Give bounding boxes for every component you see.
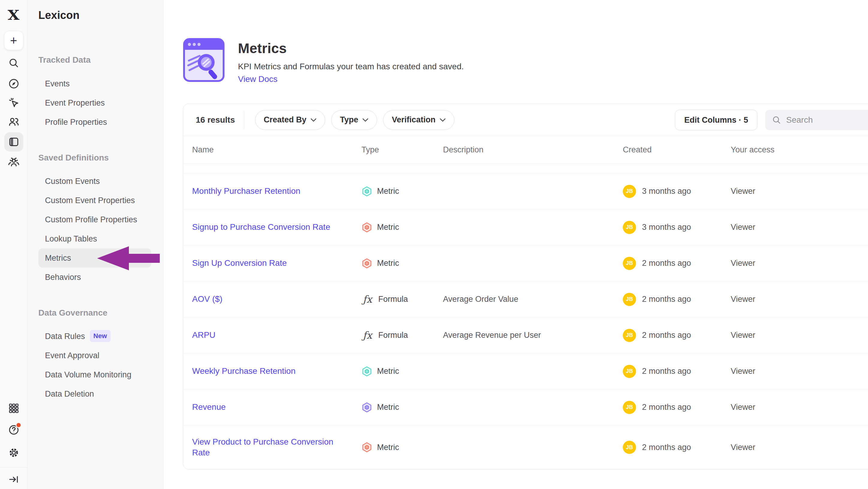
- formula-fx-icon: ƒx: [362, 329, 373, 341]
- filter-verification-label: Verification: [392, 115, 435, 124]
- section-saved-definitions: Saved Definitions: [38, 148, 109, 167]
- sidebar-item-lookup-tables[interactable]: Lookup Tables: [45, 229, 97, 249]
- edit-columns-button[interactable]: Edit Columns · 5: [675, 110, 757, 130]
- sidebar-item-custom-profile-properties[interactable]: Custom Profile Properties: [45, 210, 137, 229]
- metrics-illustration-icon: [183, 38, 225, 82]
- sidebar-item-data-rules[interactable]: Data RulesNew: [45, 327, 111, 346]
- main-content: Metrics KPI Metrics and Formulas your te…: [164, 0, 868, 489]
- sidebar-item-event-properties[interactable]: Event Properties: [45, 93, 105, 113]
- access-cell: Viewer: [731, 295, 868, 304]
- column-header-created[interactable]: Created: [623, 145, 731, 154]
- type-label: Metric: [377, 443, 399, 452]
- metric-name-link[interactable]: Revenue: [192, 402, 362, 412]
- table-row[interactable]: Sign Up Conversion Rate Metric JB2 month…: [183, 246, 868, 281]
- metric-name-link[interactable]: Monthly Purchaser Retention: [192, 186, 362, 197]
- create-plus-button[interactable]: +: [4, 31, 23, 50]
- scrolled-row-sliver: [183, 164, 868, 173]
- metric-name-link[interactable]: Weekly Purchase Retention: [192, 366, 362, 376]
- metric-name-link[interactable]: AOV ($): [192, 294, 362, 305]
- filter-type-label: Type: [340, 115, 358, 124]
- sidebar-title: Lexicon: [38, 9, 80, 22]
- page-subtitle: KPI Metrics and Formulas your team has c…: [238, 62, 464, 71]
- access-cell: Viewer: [731, 259, 868, 268]
- type-label: Metric: [377, 223, 399, 232]
- access-cell: Viewer: [731, 223, 868, 232]
- table-row[interactable]: Signup to Purchase Conversion Rate Metri…: [183, 209, 868, 246]
- type-label: Formula: [378, 330, 408, 340]
- users-icon[interactable]: [4, 112, 23, 132]
- sidebar-item-event-approval[interactable]: Event Approval: [45, 346, 99, 365]
- metric-name-link[interactable]: Sign Up Conversion Rate: [192, 258, 362, 268]
- type-label: Metric: [377, 259, 399, 268]
- access-cell: Viewer: [731, 330, 868, 340]
- filter-created-by[interactable]: Created By: [255, 110, 326, 130]
- chevron-down-icon: [311, 118, 316, 122]
- chevron-down-icon: [362, 118, 368, 122]
- chevron-down-icon: [440, 118, 446, 122]
- sidebar-item-behaviors[interactable]: Behaviors: [45, 267, 81, 287]
- lexicon-sidebar: Lexicon Tracked Data Events Event Proper…: [28, 0, 163, 489]
- section-tracked-data: Tracked Data: [38, 50, 91, 69]
- help-icon[interactable]: [4, 420, 23, 439]
- new-badge: New: [90, 330, 111, 342]
- sidebar-item-custom-event-properties[interactable]: Custom Event Properties: [45, 191, 135, 210]
- data-rules-label: Data Rules: [45, 332, 85, 341]
- metric-name-link[interactable]: View Product to Purchase Conversion Rate: [192, 436, 362, 458]
- column-header-name[interactable]: Name: [192, 145, 362, 154]
- metric-hexagon-teal-icon: [362, 366, 372, 377]
- sidebar-item-metrics[interactable]: Metrics: [45, 249, 71, 267]
- column-header-description[interactable]: Description: [443, 145, 623, 154]
- filter-created-by-label: Created By: [264, 115, 307, 124]
- filter-verification[interactable]: Verification: [383, 110, 454, 130]
- created-cell: 2 months ago: [642, 259, 691, 268]
- type-label: Formula: [378, 295, 408, 304]
- section-data-governance: Data Governance: [38, 303, 107, 322]
- metric-name-link[interactable]: ARPU: [192, 330, 362, 341]
- table-row[interactable]: View Product to Purchase Conversion Rate…: [183, 425, 868, 469]
- table-row[interactable]: Monthly Purchaser Retention Metric JB3 m…: [183, 173, 868, 209]
- mixpanel-logo-icon: X: [4, 5, 23, 25]
- events-cursor-icon[interactable]: [4, 93, 23, 112]
- type-label: Metric: [377, 403, 399, 412]
- metric-hexagon-orange-icon: [362, 222, 372, 233]
- search-box[interactable]: [765, 110, 868, 130]
- avatar: JB: [623, 365, 636, 378]
- collapse-sidebar-icon[interactable]: [4, 470, 23, 489]
- column-header-your-access[interactable]: Your access: [731, 145, 868, 154]
- rail-divider: [0, 467, 28, 467]
- search-icon: [772, 115, 781, 125]
- table-row[interactable]: AOV ($) ƒx Formula Average Order Value J…: [183, 281, 868, 317]
- description-cell: Average Order Value: [443, 295, 623, 304]
- sidebar-item-events[interactable]: Events: [45, 74, 70, 93]
- settings-gear-icon[interactable]: [4, 443, 23, 462]
- cohorts-group-icon[interactable]: [4, 153, 23, 172]
- table-row[interactable]: Revenue Metric JB2 months ago Viewer: [183, 390, 868, 425]
- metric-name-link[interactable]: Signup to Purchase Conversion Rate: [192, 222, 362, 232]
- page-title: Metrics: [238, 40, 464, 56]
- sidebar-item-custom-events[interactable]: Custom Events: [45, 172, 100, 191]
- metric-hexagon-orange-icon: [362, 442, 372, 453]
- discover-compass-icon[interactable]: [4, 74, 23, 93]
- table-row[interactable]: Weekly Purchase Retention Metric JB2 mon…: [183, 353, 868, 390]
- toolbar-divider: [244, 111, 244, 129]
- sidebar-item-profile-properties[interactable]: Profile Properties: [45, 113, 107, 132]
- results-count: 16 results: [196, 115, 235, 125]
- search-icon[interactable]: [4, 53, 23, 73]
- avatar: JB: [623, 185, 636, 198]
- view-docs-link[interactable]: View Docs: [238, 75, 278, 84]
- sidebar-item-data-volume-monitoring[interactable]: Data Volume Monitoring: [45, 365, 131, 384]
- help-notification-dot: [16, 422, 22, 428]
- avatar: JB: [623, 401, 636, 414]
- access-cell: Viewer: [731, 443, 868, 452]
- sidebar-item-data-deletion[interactable]: Data Deletion: [45, 384, 94, 403]
- table-row[interactable]: ARPU ƒx Formula Average Revenue per User…: [183, 317, 868, 353]
- avatar: JB: [623, 441, 636, 454]
- filter-type[interactable]: Type: [331, 110, 377, 130]
- column-header-type[interactable]: Type: [362, 145, 443, 154]
- search-input[interactable]: [786, 115, 858, 125]
- lexicon-book-icon[interactable]: [4, 132, 23, 151]
- apps-grid-icon[interactable]: [4, 399, 23, 418]
- created-cell: 3 months ago: [642, 186, 691, 196]
- description-cell: Average Revenue per User: [443, 330, 623, 340]
- avatar: JB: [623, 293, 636, 306]
